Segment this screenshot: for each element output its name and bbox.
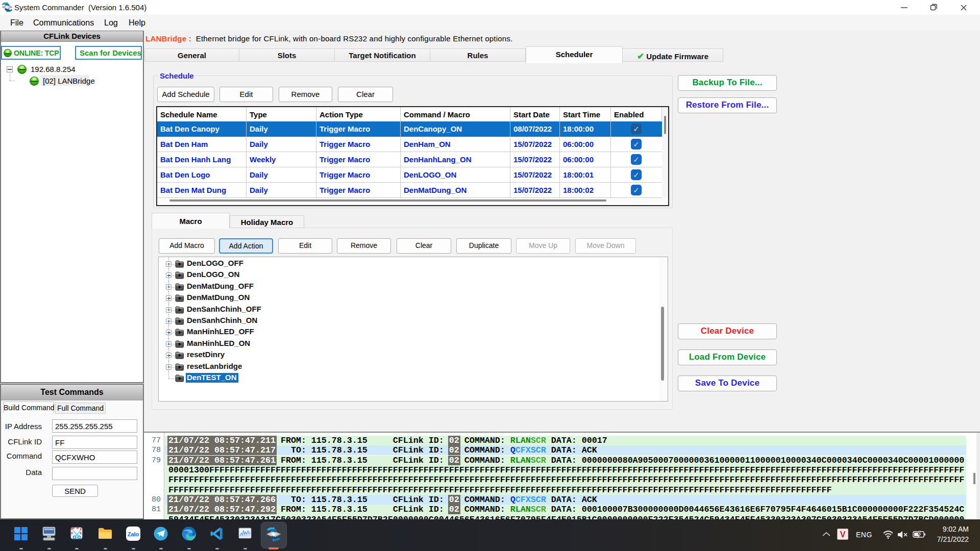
- svg-text:Zalo: Zalo: [128, 531, 139, 537]
